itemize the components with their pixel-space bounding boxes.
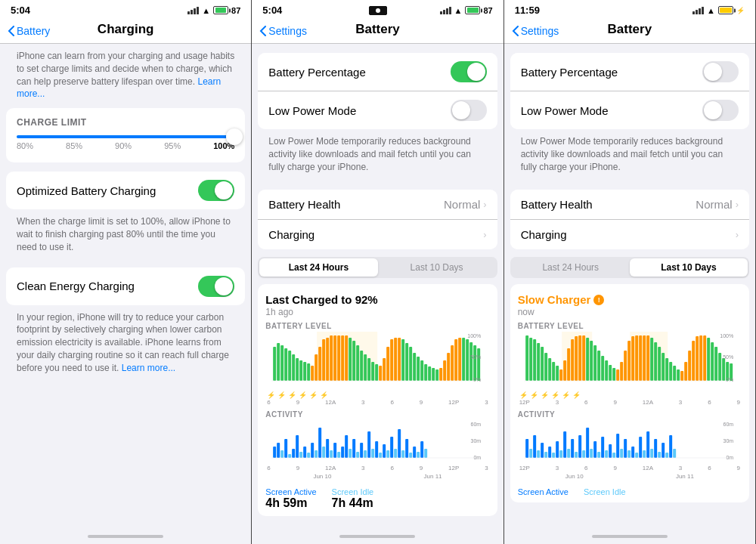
svg-rect-74 <box>326 439 329 458</box>
screen-active-label-3: Screen Active <box>518 487 569 496</box>
svg-rect-69 <box>307 453 310 458</box>
svg-rect-205 <box>673 449 676 458</box>
svg-rect-181 <box>582 450 585 458</box>
screen-idle-stat-3: Screen Idle <box>584 487 626 496</box>
battery-nav-section-3: Battery Health Normal › Charging › <box>510 190 749 249</box>
svg-rect-14 <box>322 339 325 381</box>
home-bar-1 <box>88 535 163 538</box>
screen-active-label-2: Screen Active <box>265 487 316 496</box>
battery-health-item-3[interactable]: Battery Health Normal › <box>510 190 749 220</box>
charging-nav-item-3[interactable]: Charging › <box>510 220 749 249</box>
charging-nav-label-3: Charging <box>521 228 567 241</box>
svg-rect-110 <box>537 343 540 381</box>
low-power-item[interactable]: Low Power Mode <box>258 91 497 129</box>
svg-rect-137 <box>639 335 642 381</box>
battery-chart-container-2: 100% 50% 0% ⚡ ⚡ ⚡ ⚡ ⚡ ⚡ 6912A36912P3 <box>265 332 489 406</box>
screen-active-stat-2: Screen Active 4h 59m <box>265 487 316 510</box>
svg-rect-114 <box>552 362 555 381</box>
tab-24h-3[interactable]: Last 24 Hours <box>512 258 630 277</box>
back-button-1[interactable]: Battery <box>8 25 50 37</box>
low-power-toggle[interactable] <box>451 100 487 121</box>
warning-icon-3: ! <box>593 295 604 305</box>
back-button-3[interactable]: Settings <box>512 25 559 37</box>
nav-title-3: Battery <box>608 22 652 36</box>
svg-rect-26 <box>367 358 370 381</box>
svg-rect-127 <box>601 356 604 381</box>
chevron-icon-4: › <box>736 229 739 240</box>
battery-health-item[interactable]: Battery Health Normal › <box>258 190 497 220</box>
wifi-icon-2: ▲ <box>454 6 463 15</box>
nav-title-1: Charging <box>98 22 154 36</box>
svg-rect-141 <box>654 342 657 381</box>
clean-energy-description: In your region, iPhone will try to reduc… <box>6 305 245 382</box>
svg-rect-33 <box>394 338 397 381</box>
svg-rect-21 <box>349 338 352 381</box>
svg-rect-66 <box>296 435 299 458</box>
chevron-icon-2: › <box>483 229 486 240</box>
wifi-icon-1: ▲ <box>202 6 210 15</box>
chart-header-2: Last Charged to 92% 1h ago <box>265 293 489 317</box>
charge-slider[interactable]: 80%85%90%95%100% <box>17 135 234 150</box>
low-power-toggle-3[interactable] <box>702 100 739 121</box>
status-bar-1: 5:04 ▲ 87 <box>0 0 251 19</box>
clean-energy-charging-item[interactable]: Clean Energy Charging <box>6 267 245 305</box>
svg-rect-43 <box>432 368 435 381</box>
svg-rect-78 <box>341 447 344 458</box>
svg-rect-125 <box>593 345 596 381</box>
svg-text:30m: 30m <box>471 438 482 444</box>
svg-rect-174 <box>556 441 559 458</box>
back-button-2[interactable]: Settings <box>259 25 307 37</box>
learn-more-link-2[interactable]: Learn more... <box>122 363 175 373</box>
battery-nav-section: Battery Health Normal › Charging › <box>258 190 497 249</box>
svg-rect-1 <box>273 347 276 381</box>
charging-nav-value: › <box>483 229 486 240</box>
optimized-toggle[interactable] <box>198 180 234 201</box>
battery-percentage-toggle[interactable] <box>451 61 487 82</box>
svg-rect-154 <box>703 335 706 381</box>
svg-rect-73 <box>322 447 325 458</box>
time-3: 11:59 <box>515 5 540 16</box>
svg-rect-167 <box>529 449 532 458</box>
screen-idle-label-2: Screen Idle <box>332 487 374 496</box>
battery-toggles-section-3: Battery Percentage Low Power Mode <box>510 53 749 129</box>
battery-percentage-toggle-3[interactable] <box>702 61 739 82</box>
charging-description: iPhone can learn from your charging and … <box>6 44 245 108</box>
status-icons-2: ▲ 87 <box>440 6 493 15</box>
learn-more-link-1[interactable]: Learn more... <box>17 76 221 100</box>
toggle-thumb-2 <box>215 277 233 295</box>
svg-rect-120 <box>575 336 578 381</box>
svg-rect-94 <box>401 450 404 458</box>
activity-x-labels-2: 6912A36912P3 <box>265 465 489 471</box>
low-power-desc-2: Low Power Mode temporarily reduces backg… <box>258 129 497 181</box>
svg-rect-60 <box>273 447 276 458</box>
svg-rect-200 <box>654 439 657 458</box>
chevron-icon-3: › <box>736 199 739 210</box>
screen-idle-label-3: Screen Idle <box>584 487 626 496</box>
clean-energy-toggle[interactable] <box>198 276 234 297</box>
svg-rect-195 <box>635 453 638 458</box>
battery-icon-2 <box>465 6 480 14</box>
battery-chart-svg-3: 100% 50% 0% <box>518 332 742 388</box>
svg-rect-156 <box>711 342 714 381</box>
charge-limit-label: CHARGE LIMIT <box>17 117 234 128</box>
svg-rect-28 <box>375 364 378 381</box>
time-1: 5:04 <box>11 5 30 16</box>
svg-rect-36 <box>405 343 408 381</box>
svg-rect-100 <box>424 449 427 458</box>
svg-rect-6 <box>292 354 295 381</box>
svg-rect-130 <box>612 368 615 381</box>
battery-percentage-item[interactable]: Battery Percentage <box>258 53 497 91</box>
optimized-battery-charging-item[interactable]: Optimized Battery Charging <box>6 172 245 209</box>
svg-rect-18 <box>337 335 340 381</box>
low-power-item-3[interactable]: Low Power Mode <box>510 91 749 129</box>
charging-nav-item[interactable]: Charging › <box>258 220 497 249</box>
svg-rect-30 <box>383 358 386 381</box>
tab-10d-2[interactable]: Last 10 Days <box>378 258 496 277</box>
svg-rect-10 <box>307 363 310 381</box>
battery-percentage-item-3[interactable]: Battery Percentage <box>510 53 749 91</box>
svg-rect-19 <box>341 335 344 381</box>
svg-rect-144 <box>665 358 668 381</box>
svg-rect-32 <box>390 339 393 381</box>
tab-24h-2[interactable]: Last 24 Hours <box>259 258 377 277</box>
tab-10d-3[interactable]: Last 10 Days <box>630 258 748 277</box>
